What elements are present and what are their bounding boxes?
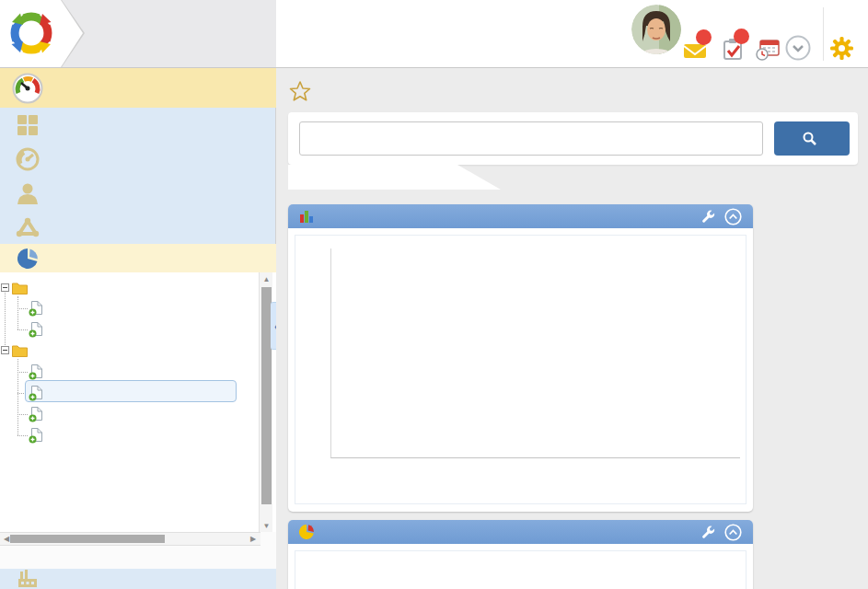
tree-connector (17, 372, 28, 373)
sidebar-item-me[interactable] (0, 176, 276, 210)
company-icon (12, 570, 43, 588)
goals-icon (12, 216, 43, 238)
scroll-right-arrow[interactable]: ▶ (247, 533, 260, 545)
bar-chart (295, 235, 746, 504)
gauge-icon (12, 147, 43, 171)
panel-pie-chart (288, 520, 753, 589)
tree-item-satisfaction[interactable] (29, 404, 48, 424)
scroll-down-arrow[interactable]: ▼ (260, 519, 273, 532)
pie-icon (12, 248, 43, 269)
tree-item-revenue-home-selected[interactable] (29, 383, 48, 403)
calendar-clock-icon[interactable] (756, 39, 780, 64)
panel-collapse-icon[interactable] (724, 524, 742, 541)
panel-body (288, 228, 753, 511)
topbar-right (276, 0, 868, 68)
tree-item-sidorova[interactable] (29, 319, 48, 340)
sidebar-item-start[interactable] (0, 108, 276, 142)
collapse-box[interactable] (1, 283, 9, 292)
mail-badge (696, 29, 712, 45)
tree-footer: ◀ ▶ (0, 532, 276, 569)
collapse-box[interactable] (1, 346, 9, 354)
search-button[interactable] (774, 121, 850, 156)
report-add-icon (29, 301, 43, 317)
search-input[interactable] (299, 121, 763, 156)
topbar-left (0, 0, 276, 68)
dashboard-tree: ▲ ▼ (0, 272, 276, 532)
sidebar-item-goals[interactable] (0, 210, 276, 244)
sidebar: ▲ ▼ ◀ ▶ (0, 68, 276, 589)
tree-item-incoming-contract[interactable] (29, 298, 48, 318)
search-icon (803, 132, 816, 145)
scroll-thumb[interactable] (10, 535, 165, 543)
gear-icon[interactable] (830, 37, 853, 60)
tree-connector (17, 308, 28, 309)
panel-body (288, 544, 753, 589)
grid-icon (12, 114, 43, 136)
panel-header[interactable] (288, 204, 753, 228)
tree-connector (17, 435, 28, 436)
panel-header[interactable] (288, 520, 753, 544)
tasks-badge (734, 29, 749, 44)
main-content (276, 68, 868, 589)
tree-connector (17, 414, 28, 415)
bar-plot (330, 248, 740, 458)
tree-folder-common[interactable] (12, 278, 32, 298)
wrench-icon[interactable] (700, 209, 715, 225)
tree-selection-highlight (25, 380, 237, 402)
sidebar-item-indicators[interactable] (0, 142, 276, 176)
tree-folder-my[interactable] (12, 341, 32, 361)
tree-item-branches[interactable] (29, 425, 48, 445)
tree-horizontal-scrollbar[interactable]: ◀ ▶ (0, 532, 260, 546)
panel-revenue-by-cities (288, 204, 753, 512)
bar-chart-icon (299, 209, 314, 224)
report-add-icon (29, 386, 43, 401)
chevron-down-circle-icon[interactable] (785, 35, 811, 64)
report-add-icon (29, 322, 43, 338)
avatar[interactable] (631, 5, 681, 54)
report-add-icon (29, 407, 43, 422)
wrench-icon[interactable] (700, 525, 715, 540)
panel-collapse-icon[interactable] (724, 208, 742, 225)
gauge-color-icon (12, 73, 43, 104)
tree-item-administration[interactable] (29, 362, 48, 382)
app-logo-icon[interactable] (7, 9, 55, 57)
report-add-icon (29, 364, 43, 380)
sidebar-item-indicators-active[interactable] (0, 68, 276, 108)
favorite-star-icon[interactable] (289, 80, 311, 102)
pie-chart (295, 550, 746, 589)
folder-icon (12, 282, 28, 294)
tree-connector (5, 288, 6, 351)
tree-connector (17, 329, 28, 330)
scroll-up-arrow[interactable]: ▲ (260, 272, 273, 285)
tree-connector (17, 296, 18, 329)
person-icon (12, 181, 43, 205)
search-panel (288, 112, 858, 165)
sidebar-item-company[interactable] (0, 569, 276, 589)
mail-icon[interactable] (684, 42, 708, 63)
sidebar-item-dashboards[interactable] (0, 244, 276, 272)
advanced-search-tab (288, 165, 504, 190)
topbar-divider (823, 7, 824, 61)
report-add-icon (29, 428, 43, 444)
app-window: ▲ ▼ ◀ ▶ (0, 0, 868, 589)
pie-chart-icon (299, 525, 314, 539)
folder-icon (12, 344, 28, 357)
tree-connector (17, 359, 18, 435)
pie-divider (521, 560, 523, 589)
